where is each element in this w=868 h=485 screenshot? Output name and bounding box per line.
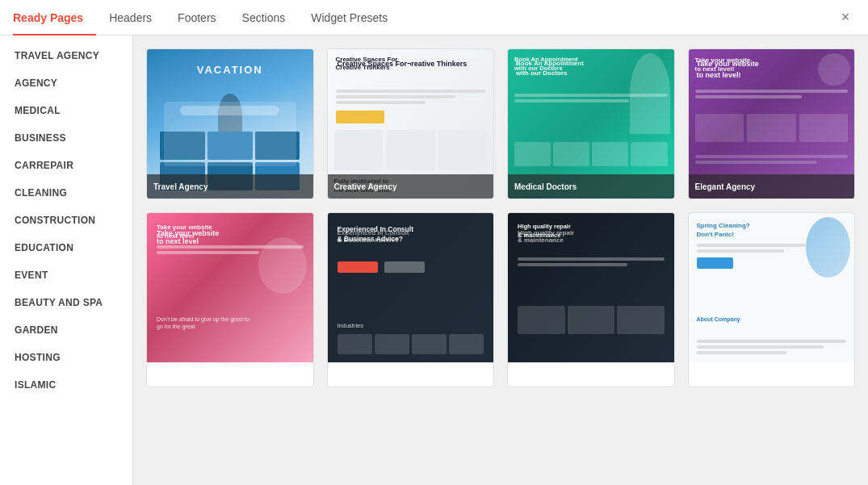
sidebar-item-agency[interactable]: AGENCY bbox=[0, 69, 132, 97]
preview-cleaning: Spring Cleaning?Don't Panic! About Compa… bbox=[689, 213, 855, 362]
sidebar-item-business[interactable]: BUSINESS bbox=[0, 124, 132, 152]
card-preview-business: Experienced In Consult& Business Advice?… bbox=[328, 213, 494, 362]
creative-headline: Creative Spaces ForCreative Thinkers bbox=[336, 56, 486, 73]
travel-deco-1 bbox=[180, 106, 279, 115]
card-repair[interactable]: High quality repair& maintenance bbox=[507, 212, 675, 387]
elegant-services bbox=[695, 114, 849, 142]
sidebar-item-carrepair[interactable]: CARREPAIR bbox=[0, 152, 132, 179]
repair-stats bbox=[518, 306, 665, 334]
elegant-headline: Take your websiteto next level! bbox=[695, 56, 815, 73]
business-buttons bbox=[338, 261, 425, 276]
creative-services bbox=[334, 130, 488, 170]
card-label-travel: Travel Agency bbox=[147, 174, 313, 199]
close-button[interactable]: × bbox=[836, 8, 855, 27]
sidebar-item-hosting[interactable]: HOSTING bbox=[0, 344, 132, 371]
card-bottom-spacer3 bbox=[508, 362, 674, 387]
card-label-elegant: Elegant Agency bbox=[689, 174, 855, 199]
sidebar-item-education[interactable]: EDUCATION bbox=[0, 234, 132, 261]
sidebar-item-garden[interactable]: GARDEN bbox=[0, 316, 132, 344]
card-elegant-agency[interactable]: Take your websiteto next level! bbox=[688, 48, 856, 199]
sidebar: TRAVEL AGENCY AGENCY MEDICAL BUSINESS CA… bbox=[0, 36, 133, 485]
card-business-consult[interactable]: Experienced In Consult& Business Advice?… bbox=[327, 212, 495, 387]
card-creative-agency[interactable]: Creative Spaces ForCreative Thinkers bbox=[327, 48, 495, 199]
header: Ready Pages Headers Footers Sections Wid… bbox=[0, 0, 868, 36]
sidebar-item-event[interactable]: EVENT bbox=[0, 261, 132, 289]
card-cleaning[interactable]: Spring Cleaning?Don't Panic! About Compa… bbox=[688, 212, 856, 387]
business-headline: Experienced In Consult& Business Advice? bbox=[338, 225, 484, 245]
sidebar-item-beauty-and-spa[interactable]: BEAUTY AND SPA bbox=[0, 289, 132, 316]
medical-stats bbox=[514, 142, 668, 166]
card-bottom-spacer2 bbox=[328, 362, 494, 387]
card-travel-agency[interactable]: Travel Agency bbox=[146, 48, 314, 199]
repair-subtext bbox=[518, 257, 665, 269]
tab-ready-pages[interactable]: Ready Pages bbox=[13, 0, 96, 36]
card-label-medical: Medical Doctors bbox=[508, 174, 674, 199]
repair-content: High quality repair& maintenance bbox=[518, 223, 665, 240]
elegant-content bbox=[695, 90, 849, 101]
preview-agency2: Take your websiteto next level Don't be … bbox=[147, 213, 313, 362]
card-label-creative: Creative Agency bbox=[328, 174, 494, 199]
preview-business: Experienced In Consult& Business Advice?… bbox=[328, 213, 494, 362]
card-bottom-spacer bbox=[147, 362, 313, 387]
travel-person-figure bbox=[218, 94, 242, 138]
card-medical-doctors[interactable]: Book An Appointmentwith our Doctors bbox=[507, 48, 675, 199]
elegant-deco bbox=[818, 53, 850, 86]
card-preview-repair: High quality repair& maintenance bbox=[508, 213, 674, 362]
business-icons bbox=[338, 334, 484, 354]
preview-repair: High quality repair& maintenance bbox=[508, 213, 674, 362]
creative-body bbox=[336, 90, 486, 127]
agency2-deco-circle bbox=[258, 237, 307, 294]
business-subtext: Industries bbox=[338, 322, 484, 330]
sidebar-item-medical[interactable]: MEDICAL bbox=[0, 97, 132, 124]
medical-headline: Book An Appointmentwith our Doctors bbox=[514, 56, 630, 73]
agency2-lower: Don't be afraid to give up the good togo… bbox=[157, 316, 304, 330]
card-agency2[interactable]: Take your websiteto next level Don't be … bbox=[146, 212, 314, 387]
tab-footers[interactable]: Footers bbox=[165, 0, 229, 36]
card-preview-agency2: Take your websiteto next level Don't be … bbox=[147, 213, 313, 362]
cleaning-content: Spring Cleaning?Don't Panic! bbox=[697, 221, 807, 269]
main-layout: TRAVEL AGENCY AGENCY MEDICAL BUSINESS CA… bbox=[0, 36, 868, 485]
sidebar-item-cleaning[interactable]: CLEANING bbox=[0, 179, 132, 207]
elegant-lower bbox=[695, 155, 849, 166]
card-bottom-spacer4 bbox=[689, 362, 855, 387]
tab-sections[interactable]: Sections bbox=[229, 0, 299, 36]
template-grid: Travel Agency Creative Spaces ForCreativ… bbox=[146, 48, 855, 387]
cleaning-about-content bbox=[697, 340, 847, 354]
cleaning-about: About Company bbox=[697, 316, 740, 322]
tab-widget-presets[interactable]: Widget Presets bbox=[298, 0, 400, 36]
tab-headers[interactable]: Headers bbox=[96, 0, 165, 36]
medical-content bbox=[514, 94, 668, 105]
sidebar-item-construction[interactable]: CONSTRUCTION bbox=[0, 207, 132, 234]
content-area: Travel Agency Creative Spaces ForCreativ… bbox=[133, 36, 868, 485]
sidebar-item-islamic[interactable]: ISLAMIC bbox=[0, 371, 132, 399]
cleaning-deco bbox=[806, 217, 850, 278]
sidebar-item-travel-agency[interactable]: TRAVEL AGENCY bbox=[0, 42, 132, 69]
card-preview-cleaning: Spring Cleaning?Don't Panic! About Compa… bbox=[689, 213, 855, 362]
